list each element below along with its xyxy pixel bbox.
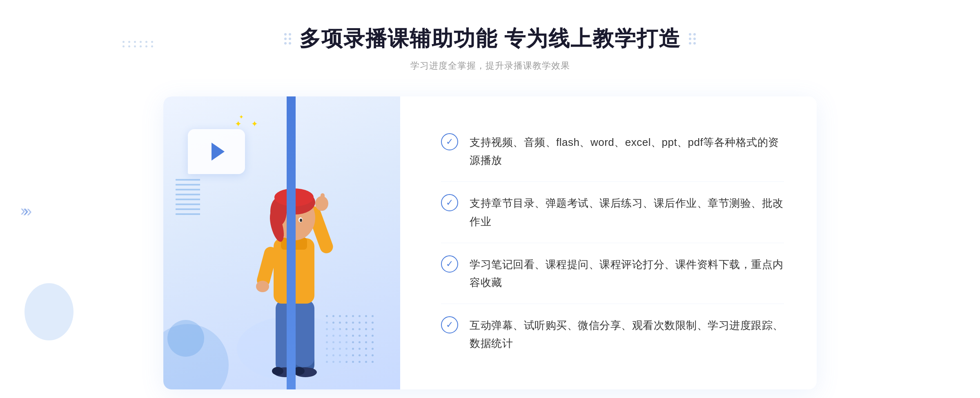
chevron-left-icon: »	[23, 202, 32, 220]
header-dots-right	[689, 33, 696, 45]
accent-bar	[287, 96, 296, 389]
svg-rect-4	[293, 300, 314, 367]
check-icon-1: ✓	[446, 137, 453, 146]
feature-item-4: ✓ 互动弹幕、试听购买、微信分享、观看次数限制、学习进度跟踪、数据统计	[441, 304, 784, 364]
sparkle-icon-1: ✦	[235, 119, 242, 129]
blob-left-decoration	[24, 283, 74, 340]
check-circle-1: ✓	[441, 133, 458, 150]
stripes-decoration	[176, 178, 200, 215]
feature-text-3: 学习笔记回看、课程提问、课程评论打分、课件资料下载，重点内容收藏	[470, 255, 784, 291]
corner-dots-top-left	[122, 41, 154, 47]
page-container: » 多项录播课辅助功能 专为线上教学打造	[0, 0, 980, 398]
check-circle-3: ✓	[441, 255, 458, 273]
illustration-panel: ✦ ✦ ✦	[163, 96, 400, 389]
page-header: 多项录播课辅助功能 专为线上教学打造	[284, 25, 696, 53]
sparkle-icon-2: ✦	[239, 114, 244, 120]
feature-text-4: 互动弹幕、试听购买、微信分享、观看次数限制、学习进度跟踪、数据统计	[470, 316, 784, 352]
sparkle-icon-3: ✦	[251, 119, 258, 129]
feature-item-1: ✓ 支持视频、音频、flash、word、excel、ppt、pdf等各种格式的…	[441, 121, 784, 182]
page-subtitle: 学习进度全掌握，提升录播课教学效果	[410, 60, 570, 72]
check-icon-3: ✓	[446, 259, 453, 268]
header-dots-left	[284, 33, 291, 45]
blue-circle-small	[167, 320, 204, 357]
feature-item-3: ✓ 学习笔记回看、课程提问、课程评论打分、课件资料下载，重点内容收藏	[441, 243, 784, 304]
features-panel: ✓ 支持视频、音频、flash、word、excel、ppt、pdf等各种格式的…	[400, 96, 817, 389]
play-icon	[212, 143, 225, 161]
check-circle-4: ✓	[441, 316, 458, 333]
svg-point-15	[256, 281, 269, 292]
main-content: ✦ ✦ ✦	[163, 96, 817, 389]
play-bubble	[188, 129, 245, 174]
page-left-chevrons: »	[23, 202, 32, 220]
feature-text-2: 支持章节目录、弹题考试、课后练习、课后作业、章节测验、批改作业	[470, 194, 784, 230]
page-title: 多项录播课辅助功能 专为线上教学打造	[299, 25, 681, 53]
feature-item-2: ✓ 支持章节目录、弹题考试、课后练习、课后作业、章节测验、批改作业	[441, 182, 784, 243]
feature-text-1: 支持视频、音频、flash、word、excel、ppt、pdf等各种格式的资源…	[470, 133, 784, 169]
svg-rect-13	[321, 193, 325, 206]
check-icon-4: ✓	[446, 320, 453, 329]
check-circle-2: ✓	[441, 194, 458, 211]
check-icon-2: ✓	[446, 198, 453, 207]
svg-point-25	[300, 219, 302, 222]
svg-point-7	[272, 367, 283, 375]
